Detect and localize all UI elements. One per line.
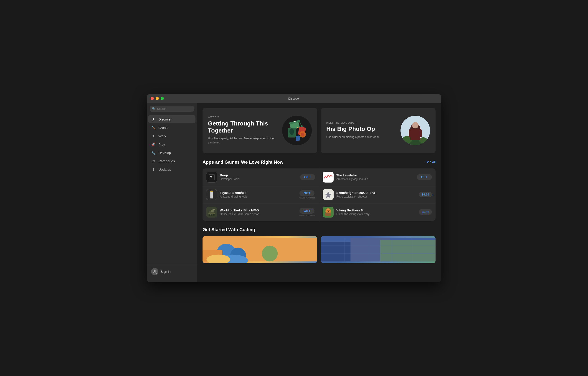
app-item-tanks[interactable]: World of Tanks Blitz MMO Online 3d PvP W… [203,203,319,221]
svg-point-5 [301,125,303,127]
sidebar-item-label: Develop [158,151,171,155]
stack-icon: 🗂 [151,159,156,163]
tayasui-name: Tayasui Sketches [220,191,296,195]
tayasui-in-app-label: In-App Purchases [299,197,315,199]
svg-rect-39 [213,209,215,210]
svg-point-42 [213,214,215,216]
search-bar[interactable]: 🔍 [150,106,194,112]
app-window: Discover 🔍 ★ Discover 🔨 Create ✈ Work [147,94,441,282]
sketchfighter-desc: Retro exploration shooter [336,195,416,198]
hero-card-desc-dev: Gus Mueller on making a photo editor for… [326,135,397,139]
sidebar-item-play[interactable]: 🚀 Play [148,140,196,148]
sidebar-item-updates[interactable]: ⬇ Updates [148,166,196,173]
sidebar-item-create[interactable]: 🔨 Create [148,124,196,132]
hero-card-wwdc[interactable]: WWDC20 Getting Through This Together How… [203,108,317,153]
svg-text:⌘: ⌘ [210,175,212,179]
sketchfighter-info: SketchFighter 4000 Alpha Retro explorati… [336,191,416,198]
main-area: WWDC20 Getting Through This Together How… [197,103,441,282]
star-icon: ★ [151,117,156,121]
hammer-icon: 🔨 [151,125,156,130]
close-button[interactable] [151,97,154,100]
rocket-icon: 🚀 [151,142,156,147]
sidebar-item-develop[interactable]: 🔧 Develop [148,149,196,157]
viking-action: $6.99 [419,209,432,215]
svg-point-50 [328,211,329,212]
download-icon: ⬇ [151,167,156,172]
sidebar-item-discover[interactable]: ★ Discover [148,115,196,123]
svg-rect-12 [296,135,300,141]
boop-info: Boop Developer Tools [220,173,297,181]
hero-card-text-dev: MEET THE DEVELOPER His Big Photo Op Gus … [326,122,401,139]
tayasui-icon [206,189,217,200]
app-item-viking[interactable]: Viking Brothers 6 Guide the Vikings to v… [319,203,436,221]
plane-icon: ✈ [151,134,156,138]
sidebar-item-categories[interactable]: 🗂 Categories [148,157,196,165]
svg-rect-21 [410,129,420,140]
sign-in-label: Sign In [161,270,171,273]
boop-desc: Developer Tools [220,178,297,181]
tayasui-get-button[interactable]: GET [299,190,315,196]
hero-card-text-wwdc: WWDC20 Getting Through This Together How… [208,116,282,145]
sketchfighter-price-button[interactable]: $6.99 [419,192,432,197]
hero-card-title: Getting Through This Together [208,120,279,134]
svg-point-18 [419,137,427,143]
viking-icon [323,207,334,218]
hero-card-developer[interactable]: MEET THE DEVELOPER His Big Photo Op Gus … [321,108,436,153]
sketchfighter-action: $6.99 [419,192,432,197]
sidebar-item-label: Discover [158,117,172,121]
svg-point-0 [154,270,156,272]
main-content: 🔍 ★ Discover 🔨 Create ✈ Work 🚀 [147,103,441,282]
boop-icon: ⌘ [206,172,217,183]
app-item-levelator[interactable]: The Levelator Automatically adjust audio… [319,168,436,186]
viking-desc: Guide the Vikings to victory! [336,213,416,216]
sidebar: 🔍 ★ Discover 🔨 Create ✈ Work 🚀 [147,103,197,282]
tanks-get-button[interactable]: GET [299,208,315,214]
app-item-tayasui[interactable]: Tayasui Sketches Amazing drawing tools G… [203,186,319,203]
viking-info: Viking Brothers 6 Guide the Vikings to v… [336,209,416,216]
coding-section-title: Get Started With Coding [203,227,255,232]
traffic-lights [151,97,164,100]
sidebar-item-label: Create [158,126,169,130]
svg-rect-28 [323,172,334,183]
hero-card-subtitle: WWDC20 [208,116,279,119]
coding-card-2[interactable] [321,236,436,263]
minimize-button[interactable] [156,97,159,100]
levelator-get-button[interactable]: GET [417,174,432,180]
svg-point-48 [327,209,328,211]
sidebar-item-work[interactable]: ✈ Work [148,132,196,140]
sidebar-item-label: Updates [158,167,171,171]
svg-point-49 [328,209,330,211]
svg-point-40 [208,214,210,216]
svg-rect-61 [380,240,436,261]
svg-rect-22 [409,129,411,137]
coding-section-header: Get Started With Coding [203,227,436,232]
levelator-name: The Levelator [336,173,414,177]
maximize-button[interactable] [161,97,164,100]
coding-card-1[interactable] [203,236,317,263]
svg-point-11 [301,133,305,136]
app-item-boop[interactable]: ⌘ Boop Developer Tools GET [203,168,319,186]
tanks-info: World of Tanks Blitz MMO Online 3d PvP W… [220,209,296,216]
search-input[interactable] [157,107,192,111]
viking-price-button[interactable]: $6.99 [419,209,432,215]
sign-in-button[interactable]: Sign In [150,267,194,277]
sidebar-bottom: Sign In [147,264,197,279]
svg-point-8 [289,128,294,135]
boop-action: GET [300,174,315,180]
boop-get-button[interactable]: GET [300,174,315,180]
levelator-desc: Automatically adjust audio [336,178,414,181]
coding-section: Get Started With Coding [203,227,436,263]
tanks-icon [206,207,217,218]
levelator-info: The Levelator Automatically adjust audio [336,173,414,181]
search-icon: 🔍 [152,107,156,111]
wwdc-illustration: ✦ ✦ [282,116,312,145]
apps-see-all[interactable]: See All [425,160,436,164]
apps-section-header: Apps and Games We Love Right Now See All [203,160,436,165]
app-item-sketchfighter[interactable]: SketchFighter 4000 Alpha Retro explorati… [319,186,436,203]
svg-point-41 [211,214,213,216]
svg-point-20 [412,122,418,128]
apps-section-title: Apps and Games We Love Right Now [203,160,283,165]
levelator-icon [323,172,334,183]
tanks-action: GET In-App Purchases [299,208,315,216]
nav-items: ★ Discover 🔨 Create ✈ Work 🚀 Play 🔧 [147,115,197,264]
